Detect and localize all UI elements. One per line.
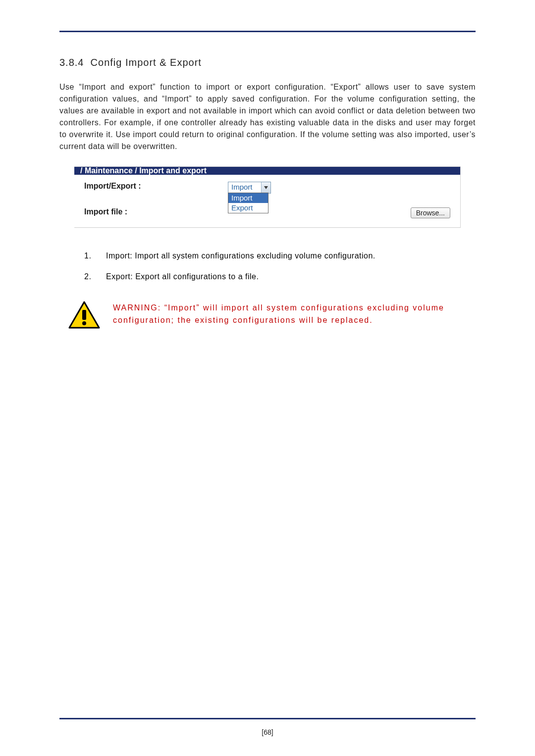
list-text: Import: Import all system configurations… <box>106 252 375 260</box>
import-export-select[interactable]: Import <box>228 182 271 194</box>
import-export-row: Import/Export : Import Import Export <box>84 182 450 194</box>
list-number: 1. <box>84 252 94 260</box>
top-rule <box>59 31 476 32</box>
section-title: Config Import & Export <box>91 57 202 68</box>
description-list: 1. Import: Import all system configurati… <box>84 252 476 281</box>
list-text: Export: Export all configurations to a f… <box>106 272 259 281</box>
breadcrumb: / Maintenance / Import and export <box>74 167 213 175</box>
import-file-label: Import file : <box>84 207 228 216</box>
svg-rect-2 <box>82 310 86 320</box>
config-import-export-panel: / Maintenance / Import and export Import… <box>74 166 461 228</box>
warning-box: WARNING: “Import” will import all system… <box>68 301 476 329</box>
list-item: 1. Import: Import all system configurati… <box>84 252 476 260</box>
warning-icon <box>68 301 100 329</box>
chevron-down-icon[interactable] <box>261 182 270 193</box>
list-item: 2. Export: Export all configurations to … <box>84 272 476 281</box>
browse-button[interactable]: Browse... <box>411 207 450 218</box>
section-number: 3.8.4 <box>59 57 84 68</box>
option-import[interactable]: Import <box>228 193 268 203</box>
import-export-dropdown[interactable]: Import Export <box>228 193 268 213</box>
svg-marker-0 <box>264 186 268 189</box>
option-export[interactable]: Export <box>228 203 268 213</box>
section-heading: 3.8.4 Config Import & Export <box>59 57 476 68</box>
warning-text: WARNING: “Import” will import all system… <box>113 301 476 327</box>
svg-point-3 <box>82 321 86 325</box>
intro-paragraph: Use “Import and export” function to impo… <box>59 81 476 152</box>
import-export-label: Import/Export : <box>84 182 228 191</box>
list-number: 2. <box>84 272 94 281</box>
page-number: [68] <box>59 728 476 736</box>
bottom-rule <box>59 718 476 719</box>
import-export-selected: Import <box>228 182 261 193</box>
